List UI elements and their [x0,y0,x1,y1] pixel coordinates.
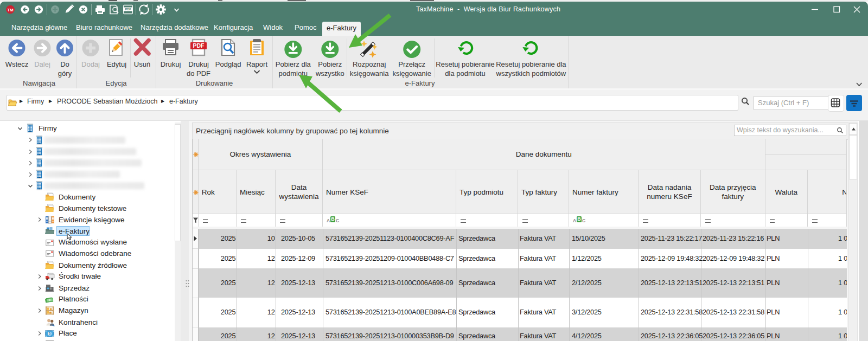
svg-text:PDF: PDF [125,8,131,11]
svg-text:PDF: PDF [193,42,205,49]
svg-text:TM: TM [7,8,14,12]
